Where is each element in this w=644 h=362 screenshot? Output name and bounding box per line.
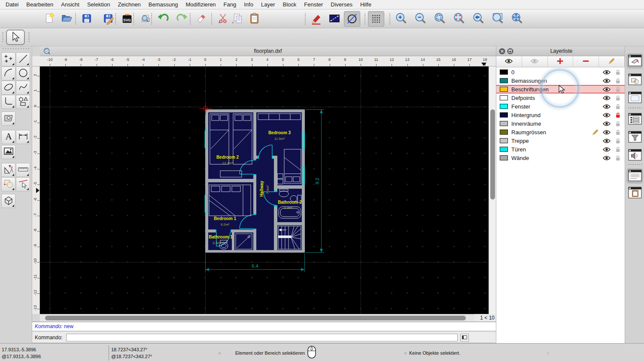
circle-tool-button[interactable] [344,11,360,27]
tool-image-button[interactable] [1,145,15,159]
zoom-out-button[interactable] [412,11,428,27]
layer-lock-icon[interactable] [614,155,622,161]
edit-layer-button[interactable] [599,56,625,67]
menu-layer[interactable]: Layer [257,1,279,8]
layer-lock-icon[interactable] [614,69,622,75]
menu-bemassung[interactable]: Bemassung [145,1,182,8]
pan-button[interactable] [509,11,525,27]
toolbar-drag-handle[interactable] [28,32,30,43]
tool-line-button[interactable] [16,52,30,66]
tool-modify-button[interactable] [1,177,15,191]
menu-ansicht[interactable]: Ansicht [57,1,83,8]
layer-row-treppe[interactable]: Treppe [496,136,625,145]
command-options-button[interactable] [460,334,469,341]
dock-selection-filter-button[interactable] [626,130,643,145]
tool-shapes-button[interactable] [16,95,30,109]
menu-info[interactable]: Info [240,1,257,8]
zoom-window-button[interactable] [489,11,506,27]
layer-visibility-eye-icon[interactable] [602,78,611,84]
layer-visibility-eye-icon[interactable] [602,95,611,101]
tool-dimension-button[interactable] [16,130,30,144]
layer-lock-icon[interactable] [614,95,622,101]
new-file-button[interactable] [41,11,58,27]
zoom-in-button[interactable] [393,11,409,27]
tool-measure-button[interactable] [16,163,30,177]
layer-lock-icon[interactable] [614,86,622,93]
paste-button[interactable] [246,11,263,27]
layer-visibility-eye-icon[interactable] [602,155,611,161]
menu-selektion[interactable]: Selektion [83,1,114,8]
detach-icon[interactable] [507,48,513,54]
tool-box3d-button[interactable] [1,194,15,208]
tool-text-button[interactable]: A [1,130,15,144]
layer-lock-icon[interactable] [614,138,622,144]
open-file-button[interactable] [58,11,75,27]
layer-visibility-eye-icon[interactable] [602,147,611,152]
tool-arc-button[interactable] [1,66,15,81]
layer-row-türen[interactable]: Türen [496,145,625,154]
command-input[interactable] [66,334,458,341]
layer-row-raumgrössen[interactable]: Raumgrössen [496,128,625,136]
dock-block-list-button[interactable] [626,72,643,87]
menu-zeichnen[interactable]: Zeichnen [114,1,144,8]
add-layer-button[interactable] [548,56,574,67]
tool-ellipse-button[interactable] [1,81,15,95]
tool-points-button[interactable] [1,52,15,66]
dock-layer-list-button[interactable] [626,53,643,69]
layer-lock-icon[interactable] [614,146,622,153]
tool-circle-button[interactable] [16,66,30,81]
tool-cad-tools-button[interactable] [1,163,15,177]
layer-lock-icon[interactable] [614,129,622,136]
tool-hatch-button[interactable] [1,112,15,126]
menu-datei[interactable]: Datei [2,1,22,8]
tool-snap-select-button[interactable] [16,177,30,191]
layer-visibility-eye-icon[interactable] [602,121,611,127]
horizontal-scrollbar-thumb[interactable] [45,316,466,320]
layer-visibility-eye-icon[interactable] [602,112,611,118]
show-all-button[interactable] [496,56,522,67]
layer-row-beschriftungen[interactable]: Beschriftungen [496,85,625,94]
layer-row-wände[interactable]: Wände [496,154,625,162]
grid-button[interactable] [368,11,384,27]
palette-drag-handle[interactable] [2,48,29,49]
menu-modifizieren[interactable]: Modifizieren [182,1,220,8]
layer-visibility-eye-icon[interactable] [602,130,611,135]
zoom-selection-button[interactable] [451,11,467,27]
draw-pencil-button[interactable] [308,11,325,27]
layer-lock-icon[interactable] [614,112,622,118]
menu-diverses[interactable]: Diverses [327,1,356,8]
redo-button[interactable] [173,11,190,27]
dock-selection-info-button[interactable] [626,168,643,184]
layer-lock-icon[interactable] [614,103,622,110]
vertical-scrollbar[interactable] [489,66,496,314]
undo-button[interactable] [155,11,172,27]
horizontal-scrollbar[interactable] [40,314,474,322]
layer-row-fenster[interactable]: Fenster [496,102,625,111]
toolbar-drag-handle[interactable] [2,32,3,43]
tool-spline-button[interactable] [16,81,30,95]
erase-button[interactable] [193,11,210,27]
layer-lock-icon[interactable] [614,121,622,127]
dock-clipboard-panel-button[interactable] [626,185,643,201]
menu-fenster[interactable]: Fenster [300,1,327,8]
menu-block[interactable]: Block [279,1,300,8]
close-icon[interactable] [499,48,505,54]
menu-bearbeiten[interactable]: Bearbeiten [22,1,57,8]
hide-all-button[interactable] [522,56,548,67]
layer-visibility-eye-icon[interactable] [602,138,611,144]
layer-row-defpoints[interactable]: Defpoints [496,94,625,102]
save-button[interactable] [79,11,95,27]
layer-row-hintergrund[interactable]: Hintergrund [496,111,625,119]
remove-layer-button[interactable] [573,56,599,67]
dock-property-editor-button[interactable] [626,112,643,127]
vertical-scrollbar-thumb[interactable] [490,109,495,199]
copy-button[interactable]: + [229,11,246,27]
dock-command-line-button[interactable] [626,148,643,163]
tool-polyline-button[interactable] [1,95,15,109]
layer-row-0[interactable]: 0 [496,68,625,76]
zoom-previous-button[interactable] [470,11,486,27]
zoom-auto-button[interactable] [431,11,448,27]
drawing-canvas[interactable]: Bedroom 2 12.3m² Bedroom 3 11.5m² Bedroo… [40,66,489,314]
layer-visibility-eye-icon[interactable] [602,104,611,109]
save-as-button[interactable] [100,11,116,27]
